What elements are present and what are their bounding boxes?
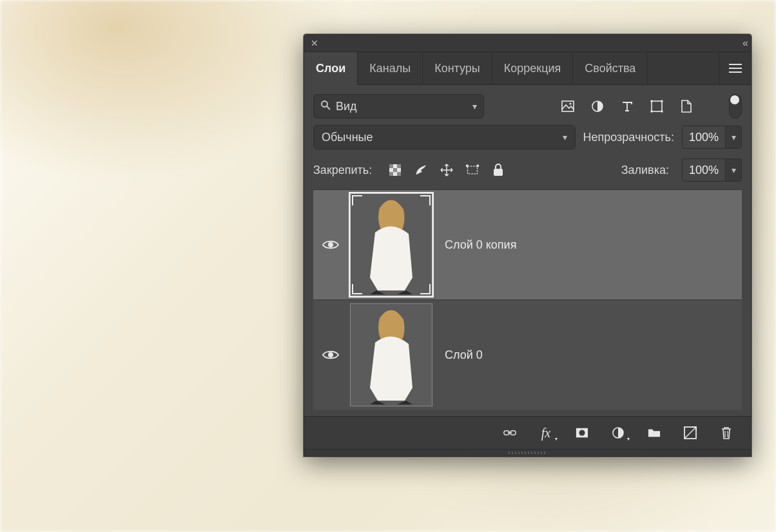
layer-style-icon[interactable]: fx▾ xyxy=(539,426,552,439)
visibility-toggle[interactable] xyxy=(313,239,348,251)
filter-icon-row xyxy=(561,100,693,113)
link-layers-icon[interactable] xyxy=(503,426,516,439)
lock-image-icon[interactable] xyxy=(414,164,427,176)
tab-layers[interactable]: Слои xyxy=(304,52,358,85)
filter-label: Вид xyxy=(336,100,472,113)
layers-panel: ✕ « Слои Каналы Контуры Коррекция Свойст… xyxy=(304,34,752,457)
svg-rect-7 xyxy=(661,100,663,102)
svg-point-20 xyxy=(328,242,333,247)
resize-grip[interactable] xyxy=(304,449,751,456)
svg-rect-9 xyxy=(661,111,663,113)
opacity-field[interactable]: 100% ▾ xyxy=(682,126,742,149)
layer-row[interactable]: Слой 0 xyxy=(313,299,742,410)
svg-point-0 xyxy=(322,101,327,107)
panel-titlebar: ✕ « xyxy=(304,35,751,52)
svg-rect-19 xyxy=(494,169,503,176)
svg-rect-5 xyxy=(652,101,662,111)
filter-pixel-icon[interactable] xyxy=(561,100,574,113)
svg-rect-12 xyxy=(397,164,401,168)
chevron-down-icon: ▾ xyxy=(472,101,477,111)
svg-line-1 xyxy=(327,106,330,109)
layer-filter-select[interactable]: Вид ▾ xyxy=(313,94,484,119)
svg-rect-11 xyxy=(389,164,393,168)
filter-smartobject-icon[interactable] xyxy=(680,100,693,113)
layer-mask-icon[interactable] xyxy=(576,426,588,439)
fill-label: Заливка: xyxy=(621,164,669,177)
fill-field[interactable]: 100% ▾ xyxy=(682,158,742,182)
layer-thumbnail[interactable] xyxy=(350,193,432,296)
svg-rect-6 xyxy=(651,100,653,102)
lock-transparency-icon[interactable] xyxy=(389,164,402,176)
svg-rect-8 xyxy=(651,111,653,113)
svg-point-3 xyxy=(569,102,571,104)
collapse-icon[interactable]: « xyxy=(742,37,744,49)
delete-layer-icon[interactable] xyxy=(720,426,733,439)
blend-mode-select[interactable]: Обычные ▾ xyxy=(313,125,576,149)
blend-row: Обычные ▾ Непрозрачность: 100% ▾ xyxy=(304,125,751,156)
search-icon xyxy=(320,100,331,113)
opacity-dropdown[interactable]: ▾ xyxy=(725,126,741,148)
svg-rect-13 xyxy=(393,168,397,172)
opacity-label: Непрозрачность: xyxy=(583,131,674,144)
filter-toggle[interactable] xyxy=(729,94,742,119)
filter-shape-icon[interactable] xyxy=(650,100,663,113)
blend-mode-value: Обычные xyxy=(322,131,563,144)
svg-rect-16 xyxy=(468,166,478,174)
tab-properties[interactable]: Свойства xyxy=(573,52,648,84)
adjustment-layer-icon[interactable]: ▾ xyxy=(612,426,625,439)
visibility-toggle[interactable] xyxy=(313,349,348,361)
lock-artboard-icon[interactable] xyxy=(466,164,479,176)
fill-value: 100% xyxy=(683,164,725,177)
tab-paths[interactable]: Контуры xyxy=(423,52,492,84)
lock-label: Закрепить: xyxy=(313,164,372,177)
lock-all-icon[interactable] xyxy=(492,164,505,176)
lock-position-icon[interactable] xyxy=(440,164,453,176)
svg-point-23 xyxy=(328,352,333,357)
tab-channels[interactable]: Каналы xyxy=(358,52,423,84)
filter-row: Вид ▾ xyxy=(304,85,751,125)
chevron-down-icon: ▾ xyxy=(563,132,567,142)
group-icon[interactable] xyxy=(648,426,661,439)
filter-type-icon[interactable] xyxy=(621,100,634,113)
layer-name[interactable]: Слой 0 копия xyxy=(434,238,516,252)
layer-row[interactable]: Слой 0 копия xyxy=(313,189,742,299)
layer-thumbnail[interactable] xyxy=(350,303,432,406)
panel-tabs: Слои Каналы Контуры Коррекция Свойства xyxy=(304,52,751,85)
fill-dropdown[interactable]: ▾ xyxy=(725,159,741,181)
lock-icons xyxy=(389,164,505,176)
panel-bottom-bar: fx▾ ▾ xyxy=(304,416,751,449)
layer-list: Слой 0 копия Слой 0 xyxy=(304,189,751,411)
layer-name[interactable]: Слой 0 xyxy=(434,348,483,362)
toggle-knob xyxy=(730,95,739,104)
filter-adjustment-icon[interactable] xyxy=(591,100,604,113)
opacity-value: 100% xyxy=(683,131,725,144)
close-icon[interactable]: ✕ xyxy=(311,38,318,48)
svg-rect-17 xyxy=(466,165,468,167)
svg-rect-14 xyxy=(389,172,393,176)
new-layer-icon[interactable] xyxy=(684,426,697,439)
lock-row: Закрепить: За xyxy=(304,156,751,189)
svg-rect-18 xyxy=(477,165,479,167)
svg-point-30 xyxy=(579,430,585,435)
panel-menu-icon[interactable] xyxy=(719,52,751,84)
tab-adjustments[interactable]: Коррекция xyxy=(492,52,574,84)
svg-rect-15 xyxy=(397,172,401,176)
